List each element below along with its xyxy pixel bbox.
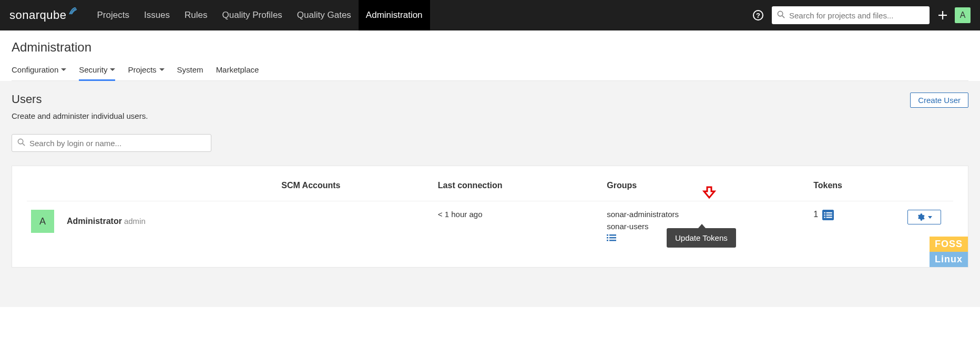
watermark: FOSS Linux [930,237,968,267]
user-search-box[interactable] [12,134,211,152]
scm-cell [277,201,434,255]
col-tokens: Tokens [809,172,903,201]
svg-rect-12 [607,240,608,241]
svg-rect-11 [609,237,616,239]
chevron-down-icon [928,216,932,219]
brand-part1: sonar [9,8,40,22]
last-connection-cell: < 1 hour ago [434,201,603,255]
search-icon [17,138,25,148]
plus-icon[interactable] [938,11,947,20]
content-area: Users Create and administer individual u… [0,81,980,307]
create-user-button[interactable]: Create User [910,93,968,108]
subnav-item-system[interactable]: System [177,62,203,81]
global-search[interactable] [772,6,930,24]
help-icon[interactable]: ? [753,10,763,21]
chevron-down-icon [159,68,165,71]
svg-text:?: ? [756,12,760,19]
page-title: Administration [12,40,968,55]
brand-part2: qube [40,8,67,22]
svg-point-2 [778,11,782,16]
nav-item-quality-gates[interactable]: Quality Gates [290,0,359,30]
svg-rect-13 [609,240,616,241]
user-login: admin [124,217,146,226]
page-header: Administration ConfigurationSecurityProj… [0,30,980,81]
nav-item-quality-profiles[interactable]: Quality Profiles [215,0,290,30]
nav-item-projects[interactable]: Projects [90,0,137,30]
user-search-input[interactable] [29,139,206,148]
subnav-item-marketplace[interactable]: Marketplace [216,62,259,81]
update-tokens-tooltip: Update Tokens [667,228,736,248]
user-actions-button[interactable] [907,210,941,224]
manage-groups-icon[interactable] [607,234,616,243]
col-last: Last connection [434,172,603,201]
chevron-down-icon [61,68,66,71]
svg-rect-17 [826,214,832,216]
svg-rect-15 [826,212,832,213]
svg-point-6 [18,139,23,144]
chevron-down-icon [110,68,115,71]
svg-rect-10 [607,237,608,239]
svg-line-7 [23,144,25,146]
update-tokens-button[interactable] [822,210,834,220]
svg-rect-9 [609,234,616,236]
svg-rect-16 [824,214,825,216]
col-scm: SCM Accounts [277,172,434,201]
admin-subnav: ConfigurationSecurityProjectsSystemMarke… [12,62,968,81]
watermark-bottom: Linux [930,252,968,267]
table-row: AAdministratoradmin< 1 hour agosonar-adm… [27,201,953,255]
row-avatar: A [31,210,54,233]
users-table: SCM Accounts Last connection Groups Toke… [27,172,953,254]
subnav-item-projects[interactable]: Projects [128,62,164,81]
section-description: Create and administer individual users. [12,111,148,120]
token-count: 1 [813,210,818,219]
svg-rect-14 [824,212,825,213]
nav-item-administration[interactable]: Administration [359,0,430,30]
avatar-initial: A [960,11,966,20]
user-cell: AAdministratoradmin [31,210,273,233]
section-title: Users [12,93,148,106]
user-name: Administrator [67,217,122,226]
nav-item-issues[interactable]: Issues [137,0,177,30]
brand-logo[interactable]: sonarqube [9,8,79,22]
group-item: sonar-administrators [607,210,805,219]
subnav-item-security[interactable]: Security [79,62,115,81]
arrow-annotation-icon [702,186,717,201]
global-search-input[interactable] [789,11,924,20]
watermark-top: FOSS [930,237,968,252]
tokens-cell: 1 [813,210,899,220]
svg-rect-8 [607,234,608,236]
svg-line-3 [782,16,784,18]
user-avatar[interactable]: A [955,7,971,23]
search-icon [777,11,785,20]
top-navbar: sonarqube ProjectsIssuesRulesQuality Pro… [0,0,980,30]
subnav-item-configuration[interactable]: Configuration [12,62,66,81]
svg-rect-18 [824,217,825,218]
nav-item-rules[interactable]: Rules [177,0,215,30]
users-table-card: SCM Accounts Last connection Groups Toke… [12,166,968,268]
nav-items: ProjectsIssuesRulesQuality ProfilesQuali… [90,0,430,30]
svg-rect-19 [826,217,832,218]
brand-wave-icon [69,4,79,18]
